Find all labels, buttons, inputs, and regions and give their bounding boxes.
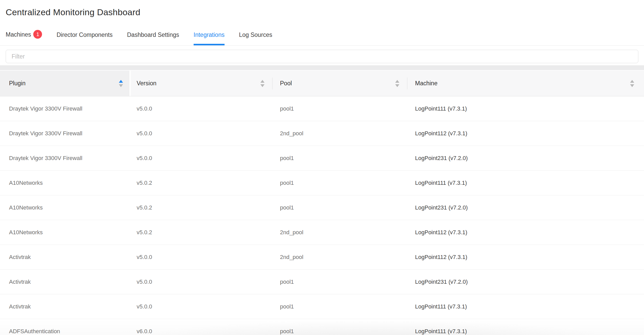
sort-arrows-icon <box>260 80 265 87</box>
tab-dashboard-settings[interactable]: Dashboard Settings <box>127 31 179 45</box>
cell-machine: LogPoint112 (v7.3.1) <box>407 245 644 269</box>
cell-plugin: Activtrak <box>0 245 131 269</box>
table-row: A10Networksv5.0.2pool1LogPoint231 (v7.2.… <box>0 195 644 220</box>
column-header-plugin[interactable]: Plugin <box>0 71 131 96</box>
integrations-table: PluginVersionPoolMachine Draytek Vigor 3… <box>0 71 644 335</box>
table-header-row: PluginVersionPoolMachine <box>0 71 644 96</box>
column-header-pool[interactable]: Pool <box>272 71 407 96</box>
cell-plugin: A10Networks <box>0 171 131 195</box>
cell-pool: pool1 <box>272 171 407 195</box>
table-row: Draytek Vigor 3300V Firewallv5.0.0pool1L… <box>0 146 644 171</box>
column-header-label: Machine <box>415 80 437 87</box>
horizontal-scrollbar-track <box>0 65 644 70</box>
cell-version: v6.0.0 <box>131 319 272 335</box>
tab-director-components[interactable]: Director Components <box>56 31 112 45</box>
machines-count-badge: 1 <box>33 30 42 39</box>
cell-pool: pool1 <box>272 294 407 319</box>
cell-machine: LogPoint111 (v7.3.1) <box>407 96 644 121</box>
tab-log-sources[interactable]: Log Sources <box>239 31 272 45</box>
cell-machine: LogPoint231 (v7.2.0) <box>407 195 644 220</box>
table-row: Activtrakv5.0.02nd_poolLogPoint112 (v7.3… <box>0 245 644 270</box>
cell-version: v5.0.0 <box>131 270 272 294</box>
cell-version: v5.0.0 <box>131 121 272 146</box>
cell-pool: pool1 <box>272 319 407 335</box>
cell-version: v5.0.2 <box>131 195 272 220</box>
tab-label: Director Components <box>56 31 112 39</box>
sort-arrows-icon <box>119 80 123 87</box>
cell-version: v5.0.0 <box>131 96 272 121</box>
cell-plugin: Draytek Vigor 3300V Firewall <box>0 96 131 121</box>
column-header-label: Version <box>137 80 156 87</box>
cell-version: v5.0.0 <box>131 294 272 319</box>
tab-label: Dashboard Settings <box>127 31 179 39</box>
table-row: Activtrakv5.0.0pool1LogPoint231 (v7.2.0) <box>0 270 644 294</box>
sort-arrows-icon <box>395 80 399 87</box>
cell-version: v5.0.2 <box>131 171 272 195</box>
cell-plugin: Activtrak <box>0 294 131 319</box>
cell-plugin: Draytek Vigor 3300V Firewall <box>0 146 131 170</box>
column-header-label: Plugin <box>9 80 26 87</box>
cell-machine: LogPoint111 (v7.3.1) <box>407 171 644 195</box>
tab-label: Machines <box>6 31 31 38</box>
filter-wrap <box>6 50 638 63</box>
cell-plugin: ADFSAuthentication <box>0 319 131 335</box>
tab-machines[interactable]: Machines1 <box>6 30 42 45</box>
table-row: A10Networksv5.0.22nd_poolLogPoint112 (v7… <box>0 220 644 245</box>
table-row: Activtrakv5.0.0pool1LogPoint111 (v7.3.1) <box>0 294 644 319</box>
table-row: ADFSAuthenticationv6.0.0pool1LogPoint111… <box>0 319 644 335</box>
dashboard-page: Centralized Monitoring Dashboard Machine… <box>0 0 644 335</box>
page-title: Centralized Monitoring Dashboard <box>0 0 644 18</box>
cell-pool: pool1 <box>272 146 407 170</box>
tab-integrations[interactable]: Integrations <box>194 31 225 45</box>
column-header-version[interactable]: Version <box>131 71 272 96</box>
cell-pool: pool1 <box>272 270 407 294</box>
tab-label: Log Sources <box>239 31 272 39</box>
filter-input[interactable] <box>6 50 638 63</box>
cell-pool: 2nd_pool <box>272 220 407 245</box>
tab-label: Integrations <box>194 31 225 39</box>
cell-version: v5.0.0 <box>131 245 272 269</box>
cell-pool: pool1 <box>272 195 407 220</box>
cell-machine: LogPoint112 (v7.3.1) <box>407 220 644 245</box>
cell-machine: LogPoint231 (v7.2.0) <box>407 146 644 170</box>
table-row: A10Networksv5.0.2pool1LogPoint111 (v7.3.… <box>0 171 644 195</box>
cell-plugin: A10Networks <box>0 220 131 245</box>
column-header-label: Pool <box>280 80 292 87</box>
table-row: Draytek Vigor 3300V Firewallv5.0.0pool1L… <box>0 96 644 121</box>
cell-machine: LogPoint112 (v7.3.1) <box>407 121 644 146</box>
cell-machine: LogPoint111 (v7.3.1) <box>407 294 644 319</box>
cell-machine: LogPoint231 (v7.2.0) <box>407 270 644 294</box>
table-body: Draytek Vigor 3300V Firewallv5.0.0pool1L… <box>0 96 644 335</box>
cell-plugin: Activtrak <box>0 270 131 294</box>
cell-machine: LogPoint111 (v7.3.1) <box>407 319 644 335</box>
sort-arrows-icon <box>630 80 634 87</box>
cell-version: v5.0.2 <box>131 220 272 245</box>
column-header-machine[interactable]: Machine <box>407 71 644 96</box>
cell-pool: pool1 <box>272 96 407 121</box>
cell-version: v5.0.0 <box>131 146 272 170</box>
cell-plugin: Draytek Vigor 3300V Firewall <box>0 121 131 146</box>
cell-plugin: A10Networks <box>0 195 131 220</box>
cell-pool: 2nd_pool <box>272 245 407 269</box>
tab-bar: Machines1Director ComponentsDashboard Se… <box>0 30 644 46</box>
cell-pool: 2nd_pool <box>272 121 407 146</box>
table-row: Draytek Vigor 3300V Firewallv5.0.02nd_po… <box>0 121 644 146</box>
